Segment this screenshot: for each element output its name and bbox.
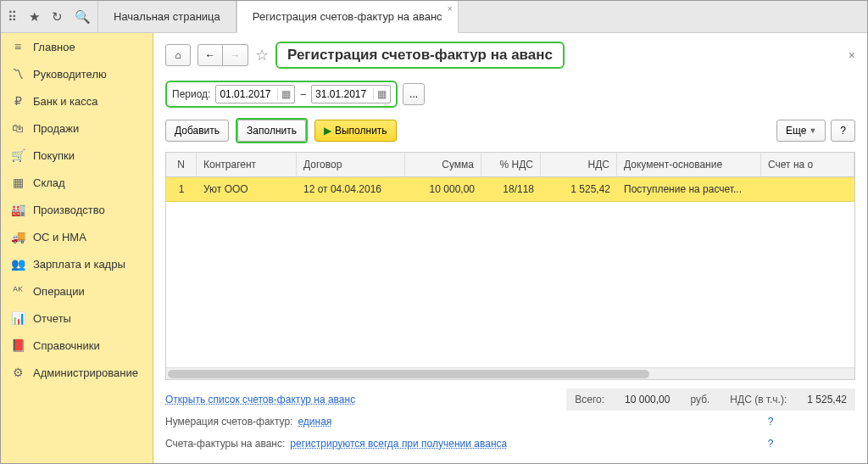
sidebar-item-label: Банк и касса xyxy=(33,95,98,108)
star-icon[interactable]: ★ xyxy=(29,9,40,25)
numbering-link[interactable]: единая xyxy=(298,416,331,428)
search-icon[interactable]: 🔍 xyxy=(75,9,91,25)
cell-sum: 10 000,00 xyxy=(405,177,481,201)
tab-label: Начальная страница xyxy=(114,10,220,23)
col-contract[interactable]: Договор xyxy=(297,153,405,176)
data-table: N Контрагент Договор Сумма % НДС НДС Док… xyxy=(165,152,855,380)
numbering-label: Нумерация счетов-фактур: xyxy=(165,416,292,428)
currency-label: руб. xyxy=(690,394,709,405)
table-row[interactable]: 1 Уют ООО 12 от 04.04.2016 10 000,00 18/… xyxy=(166,177,854,202)
sidebar-item-operations[interactable]: ᴬᴷОперации xyxy=(1,277,153,305)
tab-label: Регистрация счетов-фактур на аванс xyxy=(253,10,442,23)
history-icon[interactable]: ↻ xyxy=(52,9,63,25)
col-vat[interactable]: НДС xyxy=(541,153,617,176)
col-vatp[interactable]: % НДС xyxy=(481,153,541,176)
total-value: 10 000,00 xyxy=(625,394,670,405)
sidebar-item-label: Администрирование xyxy=(33,366,138,379)
sidebar-item-label: Производство xyxy=(33,204,105,216)
forward-button[interactable]: → xyxy=(223,44,248,66)
sidebar-item-main[interactable]: ≡Главное xyxy=(1,33,153,60)
factory-icon: 🏭 xyxy=(11,203,25,216)
advance-label: Счета-фактуры на аванс: xyxy=(165,438,285,450)
period-dash: – xyxy=(300,88,306,100)
sidebar-item-label: Главное xyxy=(33,41,75,53)
calendar-icon[interactable]: ▦ xyxy=(373,88,390,100)
sidebar-item-salary[interactable]: 👥Зарплата и кадры xyxy=(1,250,153,277)
sidebar-item-label: Продажи xyxy=(33,122,79,135)
period-highlight: Период: ▦ – ▦ xyxy=(165,81,398,108)
tab-register-advance[interactable]: Регистрация счетов-фактур на аванс × xyxy=(236,1,459,33)
sidebar-item-label: Справочники xyxy=(33,339,100,352)
gear-icon: ⚙ xyxy=(11,366,25,379)
horizontal-scrollbar[interactable] xyxy=(166,367,854,379)
more-button[interactable]: Еще▼ xyxy=(776,120,826,142)
chart-icon: 〽 xyxy=(11,67,25,81)
sidebar-item-purchases[interactable]: 🛒Покупки xyxy=(1,142,153,169)
help-link[interactable]: ? xyxy=(686,438,855,450)
date-from-field[interactable] xyxy=(216,88,277,100)
boxes-icon: ▦ xyxy=(11,176,25,189)
vat-label: НДС (в т.ч.): xyxy=(730,394,787,405)
vat-value: 1 525,42 xyxy=(807,394,847,405)
help-button[interactable]: ? xyxy=(831,120,855,142)
advance-link[interactable]: регистрируются всегда при получении аван… xyxy=(290,438,507,450)
calendar-icon[interactable]: ▦ xyxy=(277,88,294,100)
people-icon: 👥 xyxy=(11,257,25,271)
sidebar-item-reports[interactable]: 📊Отчеты xyxy=(1,305,153,332)
top-toolbar: ⠿ ★ ↻ 🔍 Начальная страница Регистрация с… xyxy=(1,1,867,33)
play-icon: ▶ xyxy=(324,125,331,137)
totals-bar: Всего: 10 000,00 руб. НДС (в т.ч.): 1 52… xyxy=(566,389,855,411)
cell-vat: 1 525,42 xyxy=(541,177,617,201)
barchart-icon: 📊 xyxy=(11,311,25,325)
cell-agent: Уют ООО xyxy=(197,177,297,201)
sidebar-item-refs[interactable]: 📕Справочники xyxy=(1,332,153,359)
ruble-icon: ₽ xyxy=(11,94,25,108)
sidebar-item-label: Операции xyxy=(33,285,85,298)
sidebar-item-label: Руководителю xyxy=(33,68,107,81)
close-icon[interactable]: × xyxy=(448,4,453,14)
period-select-button[interactable]: ... xyxy=(403,83,425,105)
date-to-input[interactable]: ▦ xyxy=(311,85,391,103)
date-from-input[interactable]: ▦ xyxy=(215,85,295,103)
period-label: Период: xyxy=(172,88,210,100)
favorite-icon[interactable]: ☆ xyxy=(255,46,269,64)
scrollbar-thumb[interactable] xyxy=(168,370,649,378)
apps-icon[interactable]: ⠿ xyxy=(8,9,17,25)
sidebar-item-sales[interactable]: 🛍Продажи xyxy=(1,115,153,142)
chevron-down-icon: ▼ xyxy=(809,126,816,135)
col-acct[interactable]: Счет на о xyxy=(761,153,854,176)
sidebar-item-bank[interactable]: ₽Банк и касса xyxy=(1,87,153,115)
page-title: Регистрация счетов-фактур на аванс xyxy=(287,47,553,64)
cell-n: 1 xyxy=(166,177,197,201)
menu-icon: ≡ xyxy=(11,40,25,53)
sidebar-item-assets[interactable]: 🚚ОС и НМА xyxy=(1,223,153,250)
execute-label: Выполнить xyxy=(335,125,387,137)
help-link[interactable]: ? xyxy=(686,416,855,428)
sidebar-item-warehouse[interactable]: ▦Склад xyxy=(1,169,153,196)
execute-button[interactable]: ▶Выполнить xyxy=(314,120,397,142)
book-icon: 📕 xyxy=(11,338,25,352)
back-button[interactable]: ← xyxy=(198,44,223,66)
col-n[interactable]: N xyxy=(166,153,197,176)
tab-home[interactable]: Начальная страница xyxy=(97,1,236,32)
fill-button[interactable]: Заполнить xyxy=(237,120,306,142)
date-to-field[interactable] xyxy=(312,88,373,100)
close-page-icon[interactable]: × xyxy=(849,48,855,62)
sidebar-item-manager[interactable]: 〽Руководителю xyxy=(1,60,153,87)
sidebar-item-production[interactable]: 🏭Производство xyxy=(1,196,153,223)
sidebar-item-label: ОС и НМА xyxy=(33,231,86,243)
cell-acct xyxy=(761,177,854,201)
sidebar-item-admin[interactable]: ⚙Администрирование xyxy=(1,359,153,386)
open-list-link[interactable]: Открыть список счетов-фактур на аванс xyxy=(165,394,355,405)
col-basis[interactable]: Документ-основание xyxy=(617,153,761,176)
truck-icon: 🚚 xyxy=(11,230,25,243)
sidebar-item-label: Зарплата и кадры xyxy=(33,258,125,271)
col-agent[interactable]: Контрагент xyxy=(197,153,297,176)
total-label: Всего: xyxy=(575,394,604,405)
home-button[interactable]: ⌂ xyxy=(165,44,191,66)
content-area: ⌂ ← → ☆ Регистрация счетов-фактур на ава… xyxy=(153,33,867,463)
col-sum[interactable]: Сумма xyxy=(405,153,481,176)
add-button[interactable]: Добавить xyxy=(165,120,229,142)
ops-icon: ᴬᴷ xyxy=(11,284,25,298)
cart-icon: 🛒 xyxy=(11,148,25,162)
